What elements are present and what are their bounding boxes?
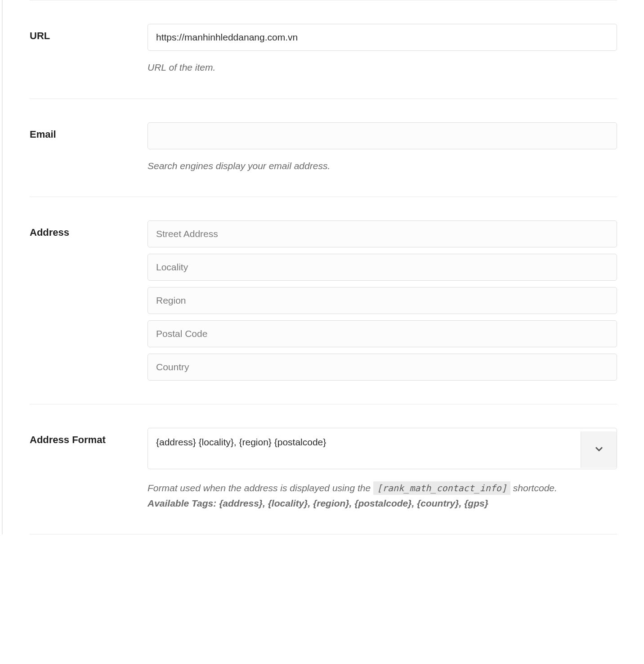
address-format-helper: Format used when the address is displaye…: [148, 480, 617, 511]
helper-prefix: Format used when the address is displaye…: [148, 483, 373, 493]
url-input[interactable]: [148, 24, 617, 51]
address-label: Address: [30, 227, 69, 238]
tags-value: {address}, {locality}, {region}, {postal…: [219, 498, 488, 508]
helper-suffix: shortcode.: [510, 483, 557, 493]
address-format-section: Address Format Format used when the addr…: [30, 404, 617, 534]
email-label: Email: [30, 129, 56, 140]
tags-label: Available Tags:: [148, 498, 219, 508]
chevron-down-icon: [593, 443, 605, 457]
expand-button[interactable]: [581, 431, 617, 468]
country-input[interactable]: [148, 354, 617, 381]
street-input[interactable]: [148, 220, 617, 247]
email-input[interactable]: [148, 122, 617, 149]
email-section: Email Search engines display your email …: [30, 99, 617, 197]
url-section: URL URL of the item.: [30, 0, 617, 99]
postal-input[interactable]: [148, 320, 617, 347]
region-input[interactable]: [148, 287, 617, 314]
address-section: Address: [30, 197, 617, 404]
address-format-input[interactable]: [148, 428, 617, 469]
url-helper: URL of the item.: [148, 60, 617, 75]
locality-input[interactable]: [148, 254, 617, 281]
helper-code: [rank_math_contact_info]: [373, 481, 510, 495]
address-format-label: Address Format: [30, 434, 106, 445]
email-helper: Search engines display your email addres…: [148, 158, 617, 174]
url-label: URL: [30, 30, 50, 41]
